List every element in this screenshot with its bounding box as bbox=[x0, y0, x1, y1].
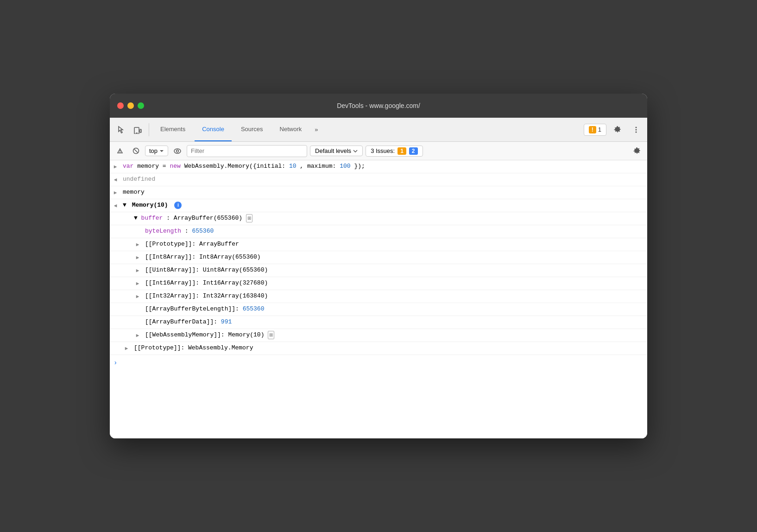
info-badge[interactable]: i bbox=[174, 202, 182, 209]
memory-icon: ⊞ bbox=[246, 214, 252, 222]
expand-arrow-3[interactable]: ▶ bbox=[110, 188, 121, 197]
svg-point-11 bbox=[174, 149, 181, 153]
cursor-prompt: › bbox=[114, 358, 117, 368]
console-line-15: ▶ [[Prototype]]: WebAssembly.Memory bbox=[110, 342, 647, 355]
svg-point-8 bbox=[120, 152, 120, 153]
console-line-content-7: [[Prototype]]: ArrayBuffer bbox=[143, 240, 643, 249]
svg-line-10 bbox=[134, 149, 138, 153]
console-line-4: ◀ ▼ Memory(10) i bbox=[110, 199, 647, 212]
console-line-10: ▶ [[Int16Array]]: Int16Array(327680) bbox=[110, 277, 647, 290]
expand-arrow-14[interactable]: ▶ bbox=[132, 330, 143, 340]
console-line-11: ▶ [[Int32Array]]: Int32Array(163840) bbox=[110, 290, 647, 303]
titlebar: DevTools - www.google.com/ bbox=[110, 94, 647, 118]
issues-info-badge: 2 bbox=[409, 147, 418, 155]
expand-arrow-11[interactable]: ▶ bbox=[132, 291, 143, 301]
close-button[interactable] bbox=[117, 102, 124, 109]
warn-count: ! bbox=[589, 126, 596, 133]
window-title: DevTools - www.google.com/ bbox=[337, 102, 420, 109]
console-line-7: ▶ [[Prototype]]: ArrayBuffer bbox=[110, 238, 647, 251]
devtools-window: DevTools - www.google.com/ Elements Cons… bbox=[110, 94, 647, 438]
level-select[interactable]: Default levels bbox=[310, 146, 363, 156]
console-line-2: ◀ undefined bbox=[110, 173, 647, 186]
console-line-8: ▶ [[Int8Array]]: Int8Array(655360) bbox=[110, 251, 647, 264]
toolbar-divider bbox=[149, 123, 149, 136]
console-line-content-9: [[Uint8Array]]: Uint8Array(655360) bbox=[143, 266, 643, 275]
expand-arrow-5[interactable] bbox=[121, 214, 132, 215]
console-line-content-11: [[Int32Array]]: Int32Array(163840) bbox=[143, 291, 643, 301]
settings-button[interactable] bbox=[610, 122, 625, 137]
console-line-9: ▶ [[Uint8Array]]: Uint8Array(655360) bbox=[110, 264, 647, 277]
tab-network[interactable]: Network bbox=[272, 118, 309, 141]
expand-arrow-9[interactable]: ▶ bbox=[132, 266, 143, 275]
issues-badge[interactable]: ! 1 bbox=[584, 124, 606, 136]
tab-elements[interactable]: Elements bbox=[153, 118, 193, 141]
console-line-6: byteLength : 655360 bbox=[110, 225, 647, 238]
eye-icon-button[interactable] bbox=[171, 145, 184, 158]
kw-var: var bbox=[123, 163, 133, 170]
more-tabs-button[interactable]: » bbox=[311, 124, 322, 135]
back-arrow-4: ◀ bbox=[110, 201, 121, 210]
expand-arrow-8[interactable]: ▶ bbox=[132, 253, 143, 262]
tab-sources[interactable]: Sources bbox=[233, 118, 271, 141]
console-content: ▶ var memory = new WebAssembly.Memory({i… bbox=[110, 160, 647, 438]
console-line-14: ▶ [[WebAssemblyMemory]]: Memory(10) ⊞ bbox=[110, 329, 647, 342]
svg-point-12 bbox=[177, 150, 179, 152]
console-line-content-4: ▼ Memory(10) i bbox=[121, 201, 643, 210]
issues-count-bar[interactable]: 3 Issues: 1 2 bbox=[366, 146, 423, 157]
tab-console[interactable]: Console bbox=[195, 118, 232, 141]
console-line-content-13: [[ArrayBufferData]]: 991 bbox=[143, 317, 643, 327]
memory-icon-2: ⊞ bbox=[268, 331, 274, 339]
console-line-13: [[ArrayBufferData]]: 991 bbox=[110, 316, 647, 329]
console-line-5: ▼ buffer : ArrayBuffer(655360) ⊞ bbox=[110, 212, 647, 225]
cursor-icon[interactable] bbox=[114, 122, 128, 137]
svg-rect-1 bbox=[140, 129, 141, 133]
svg-point-5 bbox=[636, 131, 637, 133]
console-line-content-14: [[WebAssemblyMemory]]: Memory(10) ⊞ bbox=[143, 330, 643, 340]
console-line-content-2: undefined bbox=[121, 175, 643, 184]
filter-input[interactable] bbox=[187, 145, 307, 157]
cursor-line[interactable]: › bbox=[110, 355, 647, 371]
context-select[interactable]: top bbox=[145, 146, 168, 156]
clear-console-button[interactable] bbox=[114, 145, 126, 158]
issues-warn-badge: 1 bbox=[397, 147, 406, 155]
console-line-3: ▶ memory bbox=[110, 186, 647, 199]
toolbar-right: ! 1 bbox=[584, 122, 643, 137]
traffic-lights bbox=[117, 102, 144, 109]
svg-point-4 bbox=[636, 129, 637, 130]
maximize-button[interactable] bbox=[138, 102, 144, 109]
console-line-1: ▶ var memory = new WebAssembly.Memory({i… bbox=[110, 160, 647, 173]
svg-point-3 bbox=[636, 127, 637, 128]
context-value: top bbox=[149, 147, 158, 154]
console-line-content-6: byteLength : 655360 bbox=[143, 227, 643, 236]
issues-text: 3 Issues: bbox=[371, 147, 395, 154]
level-label: Default levels bbox=[315, 147, 351, 154]
console-line-content-1: var memory = new WebAssembly.Memory({ini… bbox=[121, 162, 643, 171]
expand-arrow-15[interactable]: ▶ bbox=[121, 343, 132, 353]
console-toolbar: top Default levels 3 Issues: 1 2 bbox=[110, 142, 647, 160]
console-line-content-3: memory bbox=[121, 188, 643, 197]
minimize-button[interactable] bbox=[127, 102, 134, 109]
device-icon[interactable] bbox=[130, 122, 145, 137]
kw-new: new bbox=[170, 163, 180, 170]
expand-arrow-7[interactable]: ▶ bbox=[132, 240, 143, 249]
console-line-content-15: [[Prototype]]: WebAssembly.Memory bbox=[132, 343, 643, 353]
console-line-content-12: [[ArrayBufferByteLength]]: 655360 bbox=[143, 304, 643, 314]
more-options-button[interactable] bbox=[629, 122, 643, 137]
expand-arrow-10[interactable]: ▶ bbox=[132, 279, 143, 288]
back-arrow-2: ◀ bbox=[110, 175, 121, 184]
block-icon-button[interactable] bbox=[129, 145, 142, 158]
expand-arrow-1[interactable]: ▶ bbox=[110, 162, 121, 171]
console-line-content-5: ▼ buffer : ArrayBuffer(655360) ⊞ bbox=[132, 214, 643, 223]
console-line-content-8: [[Int8Array]]: Int8Array(655360) bbox=[143, 253, 643, 262]
main-toolbar: Elements Console Sources Network » ! 1 bbox=[110, 118, 647, 142]
console-line-12: [[ArrayBufferByteLength]]: 655360 bbox=[110, 303, 647, 316]
issues-count-label: 1 bbox=[598, 126, 601, 133]
console-line-content-10: [[Int16Array]]: Int16Array(327680) bbox=[143, 279, 643, 288]
console-settings-button[interactable] bbox=[631, 145, 643, 158]
